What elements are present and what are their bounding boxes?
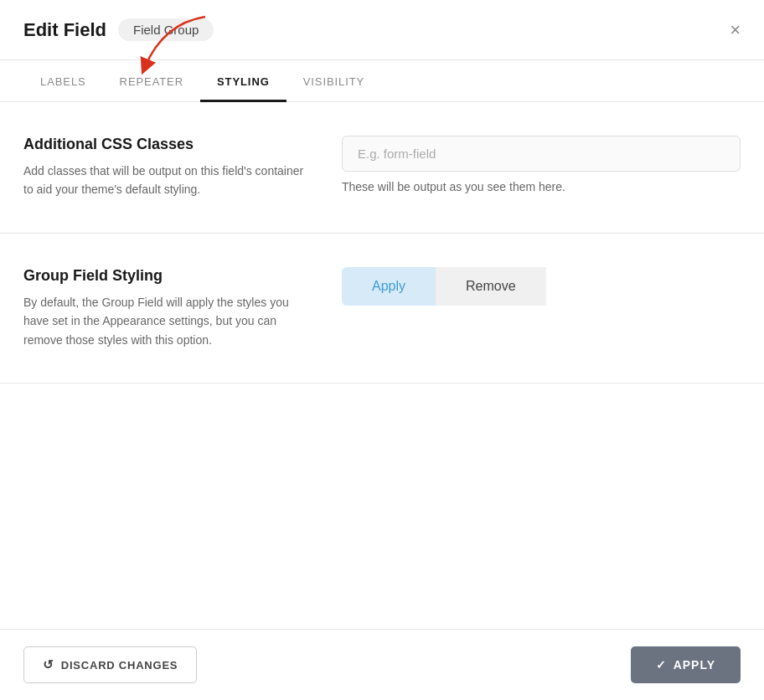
content-area: Additional CSS Classes Add classes that …: [0, 102, 764, 629]
apply-style-button[interactable]: Apply: [342, 267, 436, 306]
discard-icon: ↺: [43, 657, 54, 672]
style-buttons-group: Apply Remove: [342, 267, 741, 306]
tab-repeater[interactable]: REPEATER: [103, 60, 200, 102]
close-button[interactable]: ×: [730, 21, 741, 39]
apply-button[interactable]: ✓ APPLY: [631, 646, 741, 683]
css-classes-section: Additional CSS Classes Add classes that …: [0, 102, 764, 234]
apply-label: APPLY: [674, 658, 715, 672]
css-classes-right: These will be output as you see them her…: [342, 136, 741, 193]
group-field-styling-description: By default, the Group Field will apply t…: [23, 293, 308, 349]
css-classes-description: Add classes that will be output on this …: [23, 162, 308, 199]
css-classes-left: Additional CSS Classes Add classes that …: [23, 136, 308, 199]
group-field-styling-title: Group Field Styling: [23, 267, 308, 285]
css-classes-title: Additional CSS Classes: [23, 136, 308, 153]
modal-header: Edit Field Field Group ×: [0, 0, 764, 60]
group-field-styling-left: Group Field Styling By default, the Grou…: [23, 267, 308, 349]
tab-visibility[interactable]: VISIBILITY: [286, 60, 381, 102]
tab-styling[interactable]: STYLING: [200, 60, 286, 102]
discard-changes-button[interactable]: ↺ DISCARD CHANGES: [23, 646, 197, 683]
tabs-bar: LABELS REPEATER STYLING VISIBILITY: [0, 60, 764, 102]
css-classes-input[interactable]: [342, 136, 741, 172]
checkmark-icon: ✓: [656, 658, 667, 672]
edit-field-modal: Edit Field Field Group × LABELS REPEATER…: [0, 0, 764, 700]
field-group-badge: Field Group: [118, 18, 214, 41]
tab-labels[interactable]: LABELS: [23, 60, 103, 102]
group-field-styling-right: Apply Remove: [342, 267, 741, 306]
discard-label: DISCARD CHANGES: [61, 659, 178, 672]
css-classes-hint: These will be output as you see them her…: [342, 180, 741, 193]
group-field-styling-section: Group Field Styling By default, the Grou…: [0, 234, 764, 383]
remove-style-button[interactable]: Remove: [436, 267, 546, 306]
modal-footer: ↺ DISCARD CHANGES ✓ APPLY: [0, 629, 764, 700]
modal-title: Edit Field: [23, 19, 106, 41]
